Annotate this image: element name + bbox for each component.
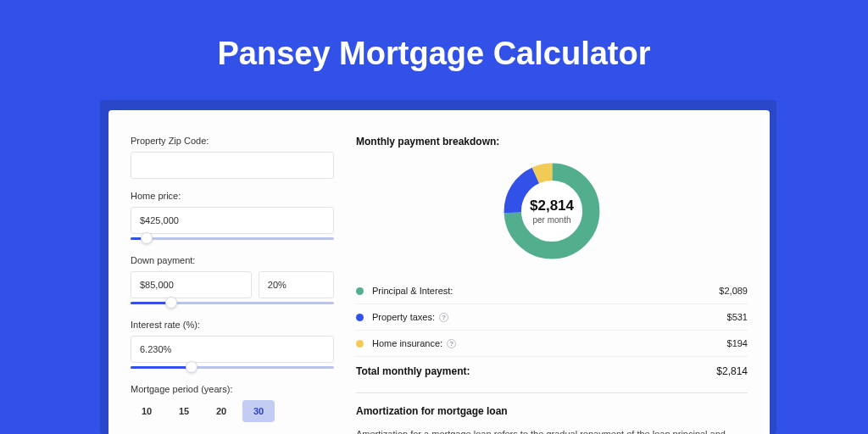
- interest-input[interactable]: [131, 336, 334, 363]
- interest-slider-fill: [131, 366, 192, 369]
- zip-input[interactable]: [131, 152, 334, 179]
- legend-dot-icon: [356, 340, 364, 348]
- period-pill-15[interactable]: 15: [168, 400, 200, 422]
- home-price-label: Home price:: [131, 191, 334, 201]
- home-price-slider[interactable]: [131, 233, 334, 243]
- legend-dot-icon: [356, 314, 364, 321]
- page-title: Pansey Mortgage Calculator: [0, 0, 868, 92]
- home-price-slider-thumb[interactable]: [141, 232, 153, 244]
- breakdown-panel: Monthly payment breakdown: $2,814 per mo…: [356, 132, 748, 434]
- interest-label: Interest rate (%):: [131, 320, 334, 330]
- down-payment-pct-input[interactable]: [259, 271, 334, 298]
- payment-donut-chart: $2,814 per month: [500, 159, 604, 263]
- breakdown-title: Monthly payment breakdown:: [356, 136, 748, 147]
- donut-subtext: per month: [532, 215, 570, 225]
- donut-total: $2,814: [530, 198, 574, 214]
- period-pill-row: 10 15 20 30: [131, 400, 334, 422]
- legend-row: Property taxes:?$531: [356, 304, 748, 331]
- home-price-input[interactable]: [131, 207, 334, 234]
- interest-slider-thumb[interactable]: [186, 361, 198, 373]
- legend-dot-icon: [356, 287, 364, 295]
- legend-amount: $2,089: [719, 286, 748, 296]
- form-panel: Property Zip Code: Home price: Down paym…: [131, 132, 334, 434]
- down-payment-slider[interactable]: [131, 298, 334, 308]
- calculator-card: Property Zip Code: Home price: Down paym…: [108, 110, 770, 434]
- period-pill-10[interactable]: 10: [131, 400, 163, 422]
- total-label: Total monthly payment:: [356, 365, 716, 377]
- down-payment-label: Down payment:: [131, 255, 334, 265]
- amortization-section: Amortization for mortgage loan Amortizat…: [356, 392, 748, 434]
- down-payment-amount-input[interactable]: [131, 271, 252, 298]
- down-payment-slider-thumb[interactable]: [165, 297, 177, 309]
- total-amount: $2,814: [716, 365, 748, 377]
- legend-amount: $531: [727, 312, 748, 322]
- legend-label: Property taxes:?: [372, 312, 727, 322]
- period-label: Mortgage period (years):: [131, 384, 334, 394]
- legend-label: Home insurance:?: [372, 338, 727, 348]
- amortization-text: Amortization for a mortgage loan refers …: [356, 427, 748, 434]
- interest-slider[interactable]: [131, 362, 334, 372]
- period-pill-30[interactable]: 30: [242, 400, 275, 422]
- help-icon[interactable]: ?: [439, 313, 448, 322]
- legend-label: Principal & Interest:: [372, 286, 719, 296]
- legend-amount: $194: [727, 338, 748, 348]
- legend-row: Home insurance:?$194: [356, 331, 748, 356]
- amortization-title: Amortization for mortgage loan: [356, 405, 748, 417]
- period-pill-20[interactable]: 20: [205, 400, 237, 422]
- legend-row: Principal & Interest:$2,089: [356, 278, 748, 304]
- help-icon[interactable]: ?: [447, 339, 456, 348]
- zip-label: Property Zip Code:: [131, 136, 334, 146]
